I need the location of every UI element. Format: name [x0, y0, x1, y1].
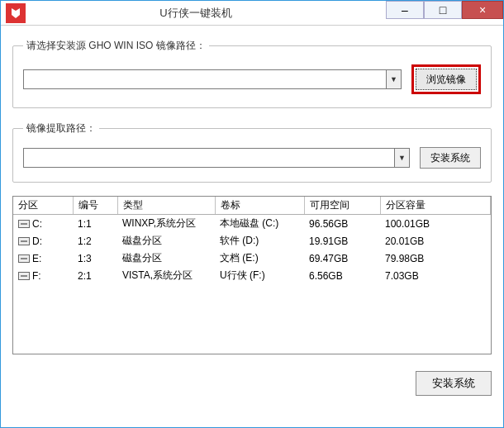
cell-partition: F:	[13, 267, 73, 284]
header-type[interactable]: 类型	[117, 197, 215, 215]
cell-type: WINXP,系统分区	[117, 215, 215, 233]
close-button[interactable]: ×	[462, 1, 503, 19]
source-path-combo[interactable]: ▼	[23, 69, 402, 89]
extract-fieldset: 镜像提取路径： ▼ 安装系统	[12, 121, 492, 183]
install-button-bottom[interactable]: 安装系统	[416, 371, 492, 396]
cell-free: 69.47GB	[304, 250, 380, 267]
cell-total: 100.01GB	[380, 215, 491, 233]
header-number[interactable]: 编号	[73, 197, 117, 215]
window-title: U行侠一键装机	[31, 6, 361, 21]
partition-table: 分区 编号 类型 卷标 可用空间 分区容量 C:1:1WINXP,系统分区本地磁…	[12, 196, 492, 354]
chevron-down-icon[interactable]: ▼	[386, 70, 401, 88]
cell-number: 1:3	[73, 250, 117, 267]
header-free[interactable]: 可用空间	[304, 197, 380, 215]
drive-icon	[18, 254, 30, 263]
cell-type: 磁盘分区	[117, 250, 215, 267]
cell-number: 2:1	[73, 267, 117, 284]
cell-label: 软件 (D:)	[215, 232, 304, 250]
cell-number: 1:2	[73, 232, 117, 250]
source-legend: 请选择安装源 GHO WIN ISO 镜像路径：	[23, 39, 209, 53]
drive-icon	[18, 220, 30, 228]
cell-number: 1:1	[73, 215, 117, 233]
minimize-button[interactable]: –	[386, 1, 424, 19]
cell-label: 本地磁盘 (C:)	[215, 215, 304, 233]
cell-label: U行侠 (F:)	[215, 267, 304, 284]
cell-partition: D:	[13, 232, 73, 250]
table-header-row: 分区 编号 类型 卷标 可用空间 分区容量	[13, 197, 491, 215]
titlebar: U行侠一键装机 – □ ×	[1, 1, 503, 26]
chevron-down-icon[interactable]: ▼	[394, 149, 409, 167]
extract-path-combo[interactable]: ▼	[23, 148, 410, 168]
extract-legend: 镜像提取路径：	[23, 121, 99, 136]
drive-icon	[18, 272, 30, 280]
cell-free: 19.91GB	[304, 232, 380, 250]
cell-total: 7.03GB	[380, 267, 491, 284]
cell-type: VISTA,系统分区	[117, 267, 215, 284]
browse-button[interactable]: 浏览镜像	[416, 69, 477, 90]
browse-button-highlight: 浏览镜像	[411, 64, 481, 94]
source-fieldset: 请选择安装源 GHO WIN ISO 镜像路径： ▼ 浏览镜像	[12, 39, 492, 108]
maximize-button[interactable]: □	[424, 1, 462, 19]
header-partition[interactable]: 分区	[13, 197, 73, 215]
header-label[interactable]: 卷标	[215, 197, 304, 215]
cell-label: 文档 (E:)	[215, 250, 304, 267]
cell-partition: E:	[13, 250, 73, 267]
table-row[interactable]: F:2:1VISTA,系统分区U行侠 (F:)6.56GB7.03GB	[13, 267, 491, 284]
header-total[interactable]: 分区容量	[380, 197, 491, 215]
cell-total: 20.01GB	[380, 232, 491, 250]
cell-total: 79.98GB	[380, 250, 491, 267]
window-controls: – □ ×	[386, 1, 503, 25]
drive-icon	[18, 237, 30, 245]
table-row[interactable]: D:1:2磁盘分区软件 (D:)19.91GB20.01GB	[13, 232, 491, 250]
cell-partition: C:	[13, 215, 73, 233]
install-button-top[interactable]: 安装系统	[420, 147, 481, 169]
table-row[interactable]: C:1:1WINXP,系统分区本地磁盘 (C:)96.56GB100.01GB	[13, 215, 491, 233]
table-row[interactable]: E:1:3磁盘分区文档 (E:)69.47GB79.98GB	[13, 250, 491, 267]
cell-free: 96.56GB	[304, 215, 380, 233]
cell-type: 磁盘分区	[117, 232, 215, 250]
cell-free: 6.56GB	[304, 267, 380, 284]
app-icon	[6, 3, 26, 23]
